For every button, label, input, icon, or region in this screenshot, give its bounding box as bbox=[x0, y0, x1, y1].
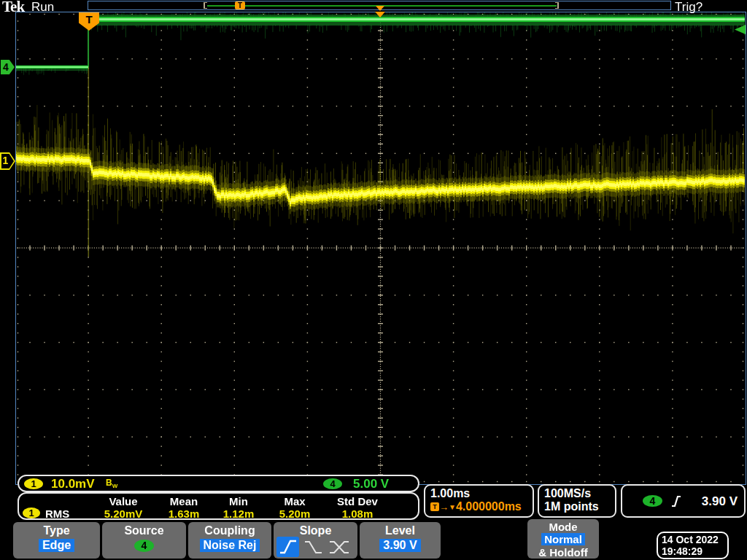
bw-b: B bbox=[106, 478, 112, 488]
delay-arrow-icon: → bbox=[439, 502, 449, 513]
menu-button-type[interactable]: Type Edge bbox=[13, 522, 100, 559]
meas-stddev: 1.08m bbox=[328, 508, 387, 520]
menu-type-value: Edge bbox=[39, 539, 74, 552]
trigger-position-mini-marker: T bbox=[235, 1, 245, 9]
menu-level-value: 3.90 V bbox=[379, 539, 420, 552]
timebase-readout: 1.00ms T → ▼ 4.000000ms bbox=[424, 484, 534, 518]
measurement-bar: Value Mean Min Max Std Dev 1 RMS 5.20mV … bbox=[18, 492, 419, 520]
channel1-scale: 10.0mV bbox=[51, 477, 95, 491]
slope-rising-icon bbox=[279, 538, 298, 556]
slope-rising-option-selected[interactable] bbox=[276, 537, 299, 557]
acquisition-status: Run bbox=[31, 0, 54, 15]
trigger-slope-icon bbox=[670, 494, 682, 508]
menu-coupling-value: Noise Rej bbox=[200, 539, 260, 552]
delay-t-icon: T bbox=[430, 502, 439, 511]
sample-rate: 100MS/s bbox=[544, 487, 615, 500]
display-window-bracket-left bbox=[204, 2, 207, 9]
menu-mode-label: Mode bbox=[527, 521, 599, 533]
expansion-point-mini-marker bbox=[376, 6, 384, 11]
bandwidth-limit-indicator: BW bbox=[106, 478, 117, 489]
display-window-bracket-right bbox=[555, 2, 559, 9]
acquisition-preview-bar: T bbox=[88, 1, 671, 10]
menu-level-label: Level bbox=[360, 524, 441, 537]
meas-header-value: Value bbox=[96, 495, 150, 508]
meas-header-stddev: Std Dev bbox=[328, 495, 387, 508]
channel4-scale: 5.00 V bbox=[353, 477, 389, 491]
menu-mode-value2: & Holdoff bbox=[527, 546, 599, 559]
trigger-status: Trig? bbox=[675, 0, 703, 15]
menu-button-coupling[interactable]: Coupling Noise Rej bbox=[188, 522, 271, 559]
menu-source-label: Source bbox=[102, 524, 186, 537]
bw-w: W bbox=[112, 483, 118, 489]
slope-either-icon[interactable] bbox=[328, 540, 353, 556]
record-length: 1M points bbox=[544, 500, 615, 513]
meas-mean: 1.63m bbox=[159, 508, 209, 520]
menu-button-mode[interactable]: Mode Normal & Holdoff bbox=[527, 519, 599, 559]
meas-min: 1.12m bbox=[214, 508, 263, 520]
record-readout: 100MS/s 1M points bbox=[538, 484, 616, 518]
meas-header-mean: Mean bbox=[159, 495, 209, 508]
delay-expansion-icon: ▼ bbox=[449, 503, 456, 511]
trigger-readout: 4 3.90 V bbox=[621, 484, 746, 518]
menu-mode-value: Normal bbox=[541, 533, 585, 545]
channel1-badge: 1 bbox=[24, 478, 43, 489]
menu-type-label: Type bbox=[13, 524, 100, 537]
meas-value: 5.20mV bbox=[96, 508, 150, 520]
menu-slope-label: Slope bbox=[274, 524, 357, 537]
trigger-source-badge: 4 bbox=[643, 495, 662, 507]
channel4-marker-label: 4 bbox=[1, 61, 11, 73]
meas-type: RMS bbox=[45, 508, 69, 520]
trigger-delay-row: T → ▼ 4.000000ms bbox=[430, 500, 533, 513]
meas-channel-badge: 1 bbox=[23, 508, 40, 518]
time-display: 19:48:29 bbox=[662, 545, 727, 557]
trigger-delay-value: 4.000000ms bbox=[456, 500, 522, 513]
menu-button-source[interactable]: Source 4 bbox=[102, 522, 186, 559]
timebase-scale: 1.00ms bbox=[430, 487, 533, 500]
trigger-level-value: 3.90 V bbox=[702, 494, 738, 509]
meas-header-max: Max bbox=[270, 495, 320, 508]
channel1-marker-label: 1 bbox=[0, 155, 11, 166]
tek-logo: Tek bbox=[2, 0, 24, 16]
expansion-point-marker bbox=[375, 12, 385, 18]
channel-readout-bar: 1 10.0mV BW 4 5.00 V bbox=[18, 475, 419, 492]
menu-source-badge: 4 bbox=[134, 540, 154, 552]
menu-button-slope[interactable]: Slope bbox=[274, 522, 357, 559]
meas-header-min: Min bbox=[214, 495, 263, 508]
channel4-badge: 4 bbox=[323, 478, 342, 489]
menu-button-level[interactable]: Level 3.90 V bbox=[360, 522, 441, 559]
menu-coupling-label: Coupling bbox=[188, 524, 271, 537]
date-display: 14 Oct 2022 bbox=[662, 534, 727, 545]
meas-max: 5.20m bbox=[270, 508, 320, 520]
datetime-box: 14 Oct 2022 19:48:29 bbox=[657, 532, 729, 559]
slope-falling-icon[interactable] bbox=[303, 540, 324, 556]
oscilloscope-screen: Tek Run Trig? T T 4 1 1 10.0mV BW 4 5.00… bbox=[0, 0, 747, 560]
